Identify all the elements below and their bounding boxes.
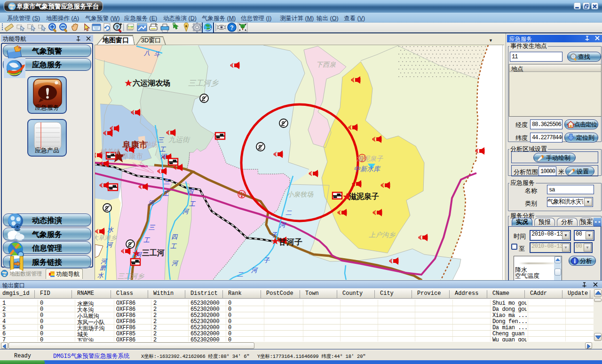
svg-text:上户沟乡: 上户沟乡: [369, 231, 396, 238]
svg-text:滋泥泉子: 滋泥泉子: [356, 155, 383, 162]
svg-text:水: 水: [97, 272, 104, 279]
svg-text:斗: 斗: [154, 51, 160, 58]
svg-text:子: 子: [263, 257, 270, 264]
svg-text:下西泉: 下西泉: [316, 61, 336, 68]
svg-text:中新水库: 中新水库: [354, 165, 381, 173]
svg-text:甘河子: 甘河子: [278, 237, 302, 246]
svg-text:城关镇: 城关镇: [100, 148, 120, 155]
svg-text:滋泥泉子: 滋泥泉子: [349, 192, 379, 200]
svg-text:工: 工: [170, 243, 177, 250]
svg-text:六运湖农场: 六运湖农场: [132, 79, 170, 87]
svg-text:河: 河: [251, 267, 258, 274]
svg-text:工: 工: [159, 146, 166, 153]
svg-text:河: 河: [160, 153, 167, 160]
svg-text:河: 河: [101, 258, 108, 265]
svg-text:工: 工: [143, 237, 150, 244]
svg-text:?: ?: [116, 24, 119, 30]
svg-text:二: 二: [237, 271, 244, 278]
svg-text:二: 二: [285, 209, 292, 216]
svg-text:阜康市: 阜康市: [122, 152, 143, 160]
svg-text:三工河: 三工河: [142, 249, 165, 257]
svg-text:河: 河: [279, 222, 286, 229]
svg-text:三: 三: [158, 136, 165, 143]
svg-text:河: 河: [106, 241, 113, 248]
svg-text:三工河乡: 三工河乡: [188, 79, 219, 87]
svg-text:磨: 磨: [100, 264, 107, 271]
svg-text:工: 工: [189, 200, 196, 207]
svg-text:四: 四: [187, 188, 194, 195]
svg-text:河: 河: [148, 199, 155, 206]
svg-text:河: 河: [172, 260, 179, 267]
svg-text:河: 河: [182, 208, 190, 215]
svg-text:九运街: 九运街: [168, 135, 190, 143]
svg-text:四: 四: [171, 233, 178, 240]
svg-text:水: 水: [107, 226, 114, 233]
svg-text:?: ?: [230, 24, 233, 31]
svg-text:大草滩乡: 大草滩乡: [95, 234, 117, 241]
svg-text:子: 子: [271, 231, 277, 238]
svg-text:工: 工: [163, 190, 169, 197]
svg-text:三工河乡: 三工河乡: [118, 272, 144, 280]
svg-text:小泉牧场: 小泉牧场: [287, 190, 314, 198]
svg-text:河: 河: [135, 251, 143, 258]
svg-text:八: 八: [143, 49, 150, 56]
svg-text:神场: 神场: [144, 141, 158, 148]
svg-text:三: 三: [149, 224, 156, 231]
svg-text:三: 三: [164, 178, 171, 185]
